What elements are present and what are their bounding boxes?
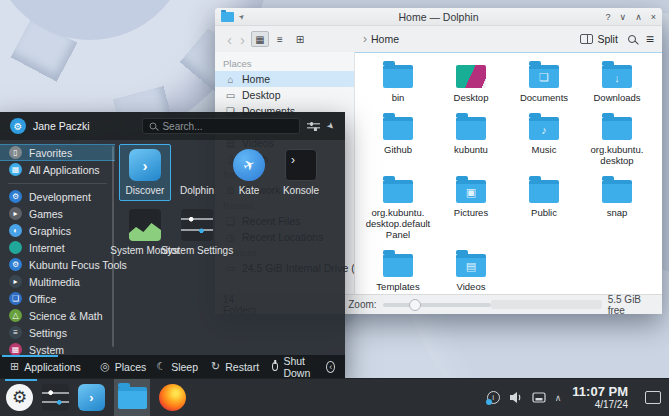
app-icon: ›	[285, 149, 317, 181]
back-button[interactable]: ‹	[223, 32, 236, 47]
system-settings-task-icon[interactable]	[42, 384, 69, 411]
tree-view-button[interactable]: ⊞	[291, 31, 309, 47]
zoom-slider-knob[interactable]	[409, 299, 421, 311]
folder-item[interactable]: Desktop	[436, 61, 506, 103]
search-input[interactable]	[162, 121, 272, 132]
pin-icon[interactable]: ➤	[325, 120, 337, 132]
places-item[interactable]: Places	[215, 56, 354, 71]
folder-item[interactable]: ▤ Videos	[436, 250, 506, 292]
forward-button[interactable]: ›	[236, 32, 249, 47]
user-avatar[interactable]: ⚙	[10, 118, 26, 134]
dolphin-task-active[interactable]	[114, 379, 150, 416]
volume-icon[interactable]	[509, 391, 523, 404]
minimize-button[interactable]: ∨	[620, 12, 627, 22]
configure-icon[interactable]	[307, 121, 320, 132]
category-item[interactable]: △ Science & Math	[0, 307, 115, 324]
folder-item[interactable]: ▣ Pictures	[436, 176, 506, 240]
places-item[interactable]: ▭ Desktop	[215, 87, 354, 103]
category-item[interactable]: ⚙ Development	[0, 188, 115, 205]
dolphin-app-icon	[221, 12, 234, 22]
folder-label: Public	[531, 207, 557, 218]
category-item[interactable]	[8, 178, 107, 184]
category-icon: ❏	[9, 292, 22, 305]
clipboard-icon[interactable]	[532, 392, 546, 404]
launcher-header: ⚙ Jane Paczki ➤	[0, 112, 345, 140]
place-icon: ⌂	[225, 74, 236, 85]
folder-icon: ♪	[529, 117, 559, 140]
folder-item[interactable]: Github	[363, 113, 433, 166]
category-label: Games	[29, 208, 63, 220]
folder-item[interactable]: ↓ Downloads	[582, 61, 652, 103]
icons-view-button[interactable]: ▦	[251, 31, 269, 47]
restart-button[interactable]: ↻ Restart	[211, 360, 259, 373]
moon-icon: ☾	[156, 360, 166, 373]
launcher-categories: ▯ Favorites ▦ All Applications ⚙ Develop…	[0, 140, 115, 355]
folder-item[interactable]: Public	[509, 176, 579, 240]
folder-icon	[383, 117, 413, 140]
sleep-button[interactable]: ☾ Sleep	[156, 360, 198, 373]
hamburger-menu-icon[interactable]: ≡	[646, 31, 654, 47]
search-icon[interactable]	[628, 35, 636, 43]
shutdown-button[interactable]: Shut Down	[272, 355, 315, 379]
leave-options-button[interactable]: ‹	[326, 361, 335, 373]
place-icon: ▭	[225, 90, 236, 101]
discover-task-icon[interactable]: ›	[78, 384, 105, 411]
folder-item[interactable]: org.kubuntu. desktop	[582, 113, 652, 166]
maximize-button[interactable]: ∧	[635, 12, 642, 22]
window-title: Home — Dolphin	[215, 11, 662, 23]
app-item[interactable]: Dolphin	[171, 144, 223, 201]
category-item[interactable]: Internet	[0, 239, 115, 256]
compass-icon: ◎	[100, 360, 110, 373]
folder-icon	[383, 254, 413, 277]
folder-label: snap	[607, 207, 628, 218]
search-field[interactable]	[142, 118, 300, 134]
category-item[interactable]: ❏ Office	[0, 290, 115, 307]
launcher-footer: ⊞ Applications ◎ Places ☾ Sleep ↻ Restar…	[0, 355, 345, 378]
close-button[interactable]: ×	[651, 12, 656, 22]
category-item[interactable]: ▦ All Applications	[0, 161, 115, 178]
category-item[interactable]: ▸ Games	[0, 205, 115, 222]
status-notifier-icon[interactable]: i	[487, 391, 500, 404]
places-item[interactable]: ⌂ Home	[215, 71, 354, 87]
category-item[interactable]: ≡ Settings	[0, 324, 115, 341]
tab-places[interactable]: ◎ Places	[100, 360, 146, 373]
folder-label: Videos	[457, 281, 486, 292]
folder-item[interactable]: kubuntu	[436, 113, 506, 166]
category-item[interactable]: ◐ Graphics	[0, 222, 115, 239]
folder-icon	[602, 180, 632, 203]
split-button[interactable]: Split	[580, 33, 617, 45]
folder-item[interactable]: ♪ Music	[509, 113, 579, 166]
tab-applications[interactable]: ⊞ Applications	[10, 360, 81, 373]
folder-item[interactable]: ❏ Documents	[509, 61, 579, 103]
dolphin-toolbar: ‹ › ▦ ≡ ⊞ › Home Split ≡	[215, 26, 662, 52]
category-item[interactable]: ▸ Multimedia	[0, 273, 115, 290]
clock-date: 4/17/24	[572, 400, 628, 410]
firefox-task-icon[interactable]	[159, 384, 186, 411]
app-item[interactable]: System Settings	[171, 204, 223, 261]
app-label: System Settings	[161, 245, 233, 256]
expand-tray-arrow[interactable]: ∧	[555, 393, 562, 403]
launcher-active-indicator	[5, 379, 37, 381]
folder-item[interactable]: org.kubuntu. desktop.default Panel	[363, 176, 433, 240]
app-icon	[181, 149, 213, 181]
app-item[interactable]: › Discover	[119, 144, 171, 201]
app-item[interactable]: ✈ Kate	[223, 144, 275, 201]
application-launcher-button[interactable]: ⚙	[6, 384, 33, 411]
details-view-button[interactable]: ≡	[271, 31, 289, 47]
category-icon: ◐	[9, 224, 22, 237]
zoom-slider[interactable]	[383, 303, 491, 307]
folder-item[interactable]: snap	[582, 176, 652, 240]
scrollbar[interactable]	[112, 146, 114, 347]
digital-clock[interactable]: 11:07 PM 4/17/24	[572, 385, 628, 410]
app-item[interactable]: › Konsole	[275, 144, 327, 201]
dolphin-titlebar[interactable]: ➤ Home — Dolphin ? ∨ ∧ ×	[215, 8, 662, 26]
folder-item[interactable]: Templates	[363, 250, 433, 292]
help-button[interactable]: ?	[606, 12, 611, 22]
category-label: Favorites	[29, 147, 72, 159]
show-desktop-button[interactable]	[645, 391, 661, 404]
breadcrumb[interactable]: › Home	[363, 32, 399, 46]
folder-item[interactable]: bin	[363, 61, 433, 103]
category-item[interactable]: ▯ Favorites	[0, 144, 115, 161]
active-tab-indicator	[2, 355, 58, 357]
category-item[interactable]: ⚙ Kubuntu Focus Tools	[0, 256, 115, 273]
